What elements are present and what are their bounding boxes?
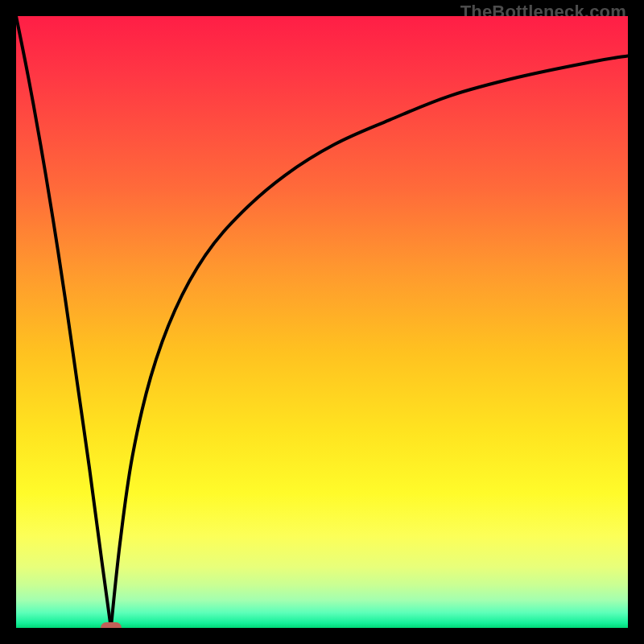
right-branch-curve — [111, 56, 628, 628]
curve-layer — [16, 16, 628, 628]
chart-frame: TheBottleneck.com — [0, 0, 644, 644]
left-branch-curve — [16, 16, 111, 628]
minimum-marker — [101, 622, 122, 628]
plot-area — [16, 16, 628, 628]
